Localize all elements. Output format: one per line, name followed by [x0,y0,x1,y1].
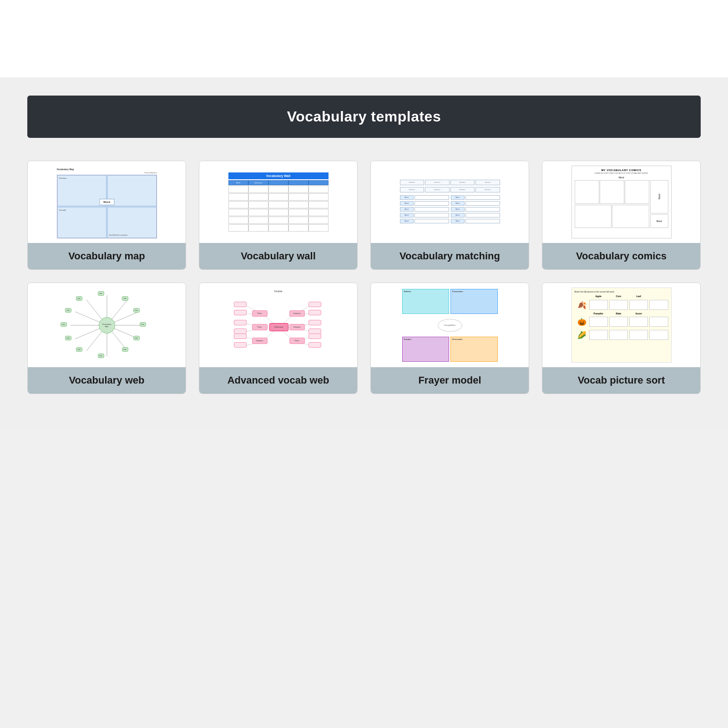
vwall-cell [248,217,268,224]
advweb-left-mid-node: Phase [252,324,268,330]
vpicsort-cell [589,330,608,340]
card-advanced-vocab-web[interactable]: Template Relationship Phase Phase Subpha… [199,283,358,394]
vcomics-cell-3 [625,180,649,204]
vpicsort-col-acorn: Acorn [629,312,648,315]
advweb-small-node [234,302,247,307]
advweb-center-node: Relationship [269,323,288,331]
card-preview-vocabulary-wall: Vocabulary Wall Word Synonym [199,161,357,243]
frayer-center-term: Concept/Term [438,319,462,332]
vpicsort-header-area: Apple Corn Leaf [575,295,668,298]
card-label-vocabulary-map[interactable]: Vocabulary map [28,243,186,269]
vcomics-word-side: Word [650,180,668,213]
frayer-pronunciation: Pronunciation [450,289,498,314]
vcomics-title-text: MY VOCABULARY COMICS [575,169,668,172]
vwall-cell [248,193,268,201]
card-frayer-model[interactable]: Definition Pronunciation Examples Nonexa… [370,283,529,394]
advweb-small-node [234,334,247,339]
vmatch-cols: Word Word Word [400,195,500,225]
vwall-cell [248,209,268,216]
card-preview-vocabulary-web: VocabularyWeb topic topic topic topic to… [28,283,186,367]
vwall-header-4 [288,180,308,185]
vpicsort-row-2-labels: Pumpkin Rake Acorn [589,312,668,315]
vweb-node-left: topic [61,322,67,327]
advweb-small-node [234,310,247,315]
vcomics-diagram: MY VOCABULARY COMICS CREATE A 6 STEP COM… [571,166,672,238]
vpicsort-diagram: Match the fall picture to the correct fa… [571,288,672,363]
advweb-small-node [234,320,247,325]
vpicsort-col-corn: Corn [609,295,628,298]
vpicsort-col-apple: Apple [589,295,608,298]
vwall-cell [288,224,308,232]
vcomics-right-col: Word Word [650,180,668,228]
advweb-right-top-node: Subphase [289,310,305,317]
vpicsort-cell [609,317,628,327]
advweb-small-node [308,302,321,307]
vwall-cell [268,217,288,224]
vwall-cell [268,193,288,201]
card-label-vocabulary-wall[interactable]: Vocabulary wall [199,243,357,269]
vwall-row-5 [228,217,329,224]
card-preview-advanced-vocab-web: Template Relationship Phase Phase Subpha… [199,283,357,367]
vweb-node-left-top: topic [65,308,71,313]
vweb-node-right-top: topic [133,308,140,313]
card-vocabulary-comics[interactable]: MY VOCABULARY COMICS CREATE A 6 STEP COM… [542,161,701,270]
vpicsort-col-headers: Apple Corn Leaf [589,295,668,298]
vwall-cell [228,186,248,193]
card-vocabulary-wall[interactable]: Vocabulary Wall Word Synonym [199,161,358,270]
vpicsort-col-pumpkin: Pumpkin [589,312,608,315]
vcomics-left-col [575,180,649,228]
card-label-vocabulary-web[interactable]: Vocabulary web [28,367,186,394]
vwall-cell [308,186,329,193]
vpicsort-row-1: 🍂 [575,299,668,311]
vwall-cell [228,193,248,201]
vmatch-top-cell: definition [450,180,475,185]
vcomics-subtitle: CREATE A 6 STEP COMIC FOR EACH OF YOUR V… [575,172,668,174]
vwall-cell [308,193,329,201]
card-vocabulary-web[interactable]: VocabularyWeb topic topic topic topic to… [27,283,186,394]
vwall-cell [268,209,288,216]
vcomics-cell-5 [612,205,649,228]
advweb-right-mid-node: Subphase [289,324,305,330]
vwall-cell [268,224,288,232]
vwall-header-5 [308,180,329,185]
vwall-title: Vocabulary Wall [228,172,329,179]
card-label-vocab-picture-sort[interactable]: Vocab picture sort [542,367,700,394]
vweb-node-bottom-right: topic [122,347,128,352]
template-grid: Vocabulary Map Picture/Symbol Definition… [27,161,701,394]
vweb-node-bottom: topic [98,354,104,358]
vmatch-top-row-2: definition definition definition definit… [400,187,500,192]
vpicsort-cell [629,330,648,340]
card-vocab-picture-sort[interactable]: Match the fall picture to the correct fa… [542,283,701,394]
vmatch-top-cell: definition [400,187,425,192]
vmap-center-word: Word [99,199,114,205]
vwall-cell [268,201,288,208]
card-preview-frayer-model: Definition Pronunciation Examples Nonexa… [371,283,529,367]
vpicsort-cell [589,317,608,327]
vpicsort-img-2: 🎃 [575,316,589,328]
vcomics-layout: Word Word [575,180,668,228]
vmap-cell-top-right [107,175,157,206]
page-content: Vocabulary templates Vocabulary Map Pict… [0,77,728,430]
vwall-header-1: Word [228,180,248,185]
card-label-vocabulary-comics[interactable]: Vocabulary comics [542,243,700,269]
vwall-row-6 [228,224,329,232]
frayer-bottom: Examples Nonexamples [402,337,498,362]
header-bar: Vocabulary templates [27,96,701,138]
vpicsort-col-rake: Rake [609,312,628,315]
frayer-top: Definition Pronunciation [402,289,498,314]
card-label-vocabulary-matching[interactable]: Vocabulary matching [371,243,529,269]
card-vocabulary-map[interactable]: Vocabulary Map Picture/Symbol Definition… [27,161,186,270]
card-preview-vocab-picture-sort: Match the fall picture to the correct fa… [542,283,700,367]
advweb-small-node [234,329,247,334]
card-vocabulary-matching[interactable]: definition definition definition definit… [370,161,529,270]
card-label-frayer-model[interactable]: Frayer model [371,367,529,394]
card-preview-vocabulary-comics: MY VOCABULARY COMICS CREATE A 6 STEP COM… [542,161,700,243]
card-label-advanced-vocab-web[interactable]: Advanced vocab web [199,367,357,394]
vpicsort-cell [609,300,628,310]
advweb-left-bot-node: Subphase [252,338,268,344]
vwall-cell [268,186,288,193]
frayer-nonexamples: Nonexamples [450,337,498,362]
card-preview-vocabulary-matching: definition definition definition definit… [371,161,529,243]
vpicsort-cell [649,300,668,310]
vweb-node-right: topic [140,322,146,327]
